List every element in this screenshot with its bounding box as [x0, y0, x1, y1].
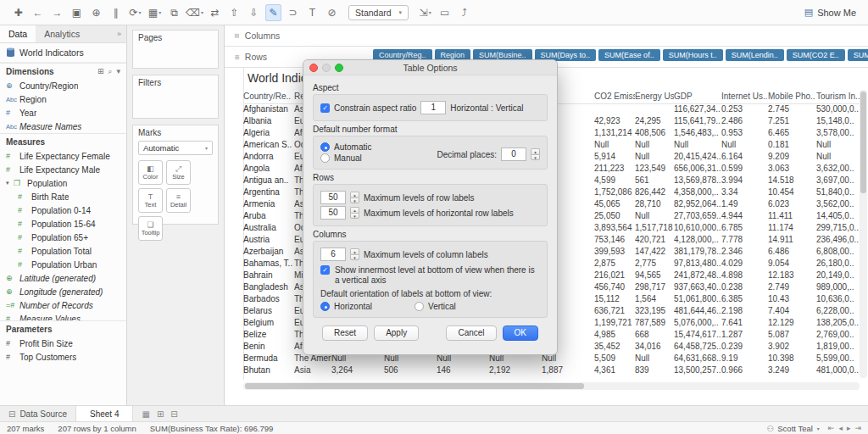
new-story-icon[interactable]: ⊟	[170, 409, 177, 419]
table-cell[interactable]: 2,192	[489, 364, 542, 376]
table-cell[interactable]: 5,509	[594, 353, 635, 364]
reset-button[interactable]: Reset	[322, 326, 368, 341]
table-cell[interactable]: Null	[635, 353, 674, 364]
row-header-cell[interactable]: Azerbaijan	[243, 246, 294, 258]
table-cell[interactable]: 14.911	[768, 234, 816, 246]
table-cell[interactable]: 826,442	[635, 186, 674, 198]
table-cell[interactable]: 10,610,000..	[674, 222, 721, 234]
marks-detail-button[interactable]: ≡Detail	[166, 188, 191, 213]
marks-text-button[interactable]: TText	[138, 188, 163, 213]
row-header-cell[interactable]: Andorra	[243, 151, 294, 163]
cancel-button[interactable]: Cancel	[446, 326, 496, 341]
fix-axes-icon[interactable]: ⊘	[324, 4, 340, 21]
table-cell[interactable]: 123,549	[635, 163, 674, 175]
standard-fit-dropdown[interactable]: Standard ▾	[348, 5, 409, 20]
table-cell[interactable]: 1,199,721	[594, 317, 635, 329]
pages-shelf[interactable]: Pages	[132, 30, 219, 69]
table-cell[interactable]: 1.287	[721, 329, 768, 341]
table-cell[interactable]: 298,717	[635, 281, 674, 293]
table-cell[interactable]: 14,405,0..	[816, 210, 865, 222]
table-cell[interactable]: 3,264	[331, 364, 384, 376]
share-icon[interactable]: ⤴	[456, 4, 472, 21]
show-mark-labels-icon[interactable]: T	[304, 4, 320, 21]
automatic-radio[interactable]	[320, 142, 330, 152]
table-cell[interactable]: 456,740	[594, 281, 635, 293]
sheet-4-tab[interactable]: Sheet 4	[76, 406, 133, 421]
table-cell[interactable]: Null	[635, 210, 674, 222]
zoom-icon[interactable]	[335, 64, 343, 72]
table-cell[interactable]: 4,985	[594, 329, 635, 341]
shelf-pill[interactable]: SUM(Energy..	[848, 49, 868, 61]
field-item[interactable]: #Birth Rate	[0, 190, 126, 203]
table-cell[interactable]: Null	[721, 139, 768, 151]
table-cell[interactable]: 115,641,79..	[674, 115, 721, 127]
table-cell[interactable]: 6.785	[721, 222, 768, 234]
vertical-scrollbar[interactable]	[860, 90, 867, 378]
table-cell[interactable]: 15,112	[594, 293, 635, 305]
table-cell[interactable]: 4,361	[594, 364, 635, 376]
filters-shelf[interactable]: Filters	[132, 75, 219, 119]
table-cell[interactable]: 1,819,00..	[816, 341, 865, 353]
table-cell[interactable]: 241,872,48..	[674, 270, 721, 281]
data-source-tab[interactable]: ⊟ Data Source	[0, 406, 76, 421]
table-cell[interactable]: 12.183	[768, 270, 816, 281]
table-cell[interactable]: 6.023	[768, 198, 816, 210]
table-cell[interactable]: 787,589	[635, 317, 674, 329]
manual-radio[interactable]	[320, 153, 330, 163]
table-cell[interactable]: 5,914	[594, 151, 635, 163]
table-cell[interactable]: 481,000,0..	[816, 364, 865, 376]
table-cell[interactable]: 0.239	[721, 341, 768, 353]
presentation-mode-icon[interactable]: ▭	[437, 4, 453, 21]
table-cell[interactable]: 6.486	[768, 246, 816, 258]
table-cell[interactable]: 1,887	[542, 364, 594, 376]
table-cell[interactable]: 4,599	[594, 175, 635, 186]
table-cell[interactable]: 3.994	[721, 175, 768, 186]
table-cell[interactable]: 15,474,617..	[674, 329, 721, 341]
shelf-pill[interactable]: SUM(Ease of..	[598, 49, 660, 61]
table-cell[interactable]: Null	[635, 151, 674, 163]
table-cell[interactable]: 5.087	[768, 329, 816, 341]
table-cell[interactable]: 147,422	[635, 246, 674, 258]
max-row-labels-stepper[interactable]: ▴▾	[350, 192, 359, 203]
table-cell[interactable]: 1,517,718	[635, 222, 674, 234]
table-cell[interactable]: 11.411	[768, 210, 816, 222]
aspect-ratio-input[interactable]: 1	[420, 101, 446, 114]
sort-descending-icon[interactable]: ⇩	[246, 4, 262, 21]
view-options-icon[interactable]: ⊞	[97, 67, 104, 76]
table-cell[interactable]: 236,496,0..	[816, 234, 865, 246]
constrain-aspect-checkbox[interactable]: ✓	[320, 103, 330, 113]
new-worksheet-icon[interactable]: ▦▾	[147, 4, 163, 21]
table-cell[interactable]: 937,663,40..	[674, 281, 721, 293]
pause-updates-icon[interactable]: ∥	[108, 4, 124, 21]
table-cell[interactable]: 9.054	[768, 258, 816, 270]
table-cell[interactable]: 13,500,257..	[674, 364, 721, 376]
table-cell[interactable]: 2,769,00..	[816, 329, 865, 341]
table-cell[interactable]: Asia	[294, 364, 331, 376]
table-cell[interactable]: 381,179,78..	[674, 246, 721, 258]
row-header-cell[interactable]: Aruba	[243, 210, 294, 222]
tableau-logo-icon[interactable]: ✚	[10, 4, 26, 21]
horizontal-scrollbar[interactable]	[243, 382, 860, 390]
row-header-cell[interactable]: Belize	[243, 329, 294, 341]
table-cell[interactable]: 27,703,659..	[674, 210, 721, 222]
table-cell[interactable]: 2.346	[721, 246, 768, 258]
table-cell[interactable]: 24,295	[635, 115, 674, 127]
table-cell[interactable]: 4.898	[721, 270, 768, 281]
last-sheet-icon[interactable]: ⇥	[854, 424, 861, 432]
table-cell[interactable]: 11.174	[768, 222, 816, 234]
horizontal-scrollbar-thumb[interactable]	[245, 383, 584, 389]
first-sheet-icon[interactable]: ⇤	[828, 424, 835, 432]
field-item[interactable]: #Life Expectancy Female	[0, 149, 126, 163]
table-cell[interactable]: 1,546,483,..	[674, 127, 721, 139]
field-item[interactable]: #Population 15-64	[0, 217, 126, 231]
table-cell[interactable]: 3,562,00..	[816, 198, 865, 210]
table-cell[interactable]: 45,065	[594, 198, 635, 210]
apply-button[interactable]: Apply	[374, 326, 419, 341]
table-cell[interactable]: 10.398	[768, 353, 816, 364]
field-item[interactable]: #Life Expectancy Male	[0, 163, 126, 176]
redo-icon[interactable]: →	[49, 4, 65, 21]
fit-selector-icon[interactable]: ⇲▾	[417, 4, 433, 21]
row-header-cell[interactable]: Algeria	[243, 127, 294, 139]
table-cell[interactable]: 6.164	[721, 151, 768, 163]
table-cell[interactable]: 408,506	[635, 127, 674, 139]
